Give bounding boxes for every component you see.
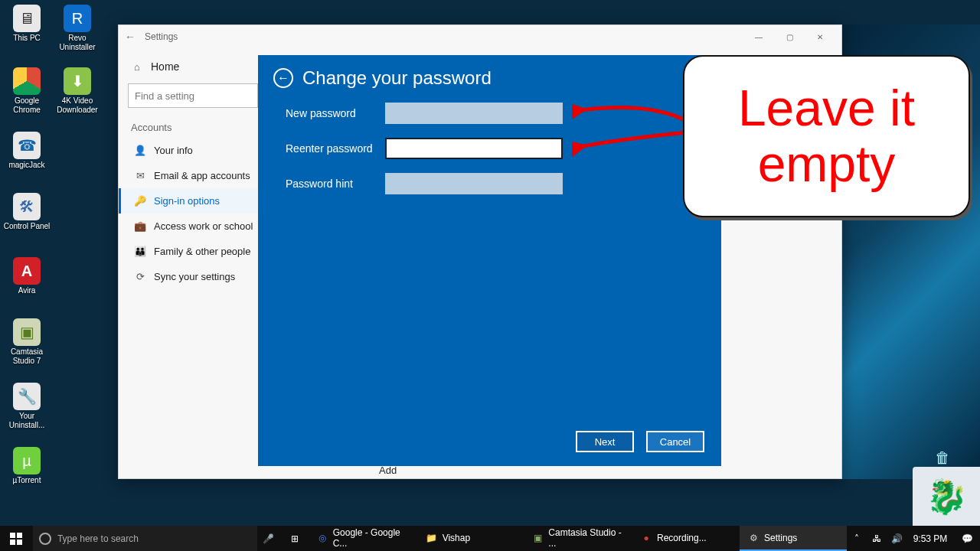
sidebar-home[interactable]: ⌂ Home (128, 54, 272, 79)
desktop-icon-control-panel[interactable]: 🛠Control Panel (3, 193, 51, 231)
task-recording[interactable]: ●Recording... (632, 526, 740, 551)
email-icon: ✉ (134, 170, 146, 181)
reenter-password-label: Reenter password (286, 142, 385, 155)
minimize-button[interactable]: — (743, 26, 774, 47)
control-panel-icon: 🛠 (13, 193, 41, 220)
magicjack-icon: ☎ (13, 132, 41, 159)
desktop-icon-avira[interactable]: AAvira (3, 257, 51, 295)
new-password-input[interactable] (385, 103, 563, 124)
signin-icon: 🔑 (134, 195, 146, 207)
home-label: Home (151, 60, 179, 73)
nav-your-info[interactable]: 👤Your info (128, 138, 272, 163)
task-view-button[interactable]: ⊞ (279, 526, 309, 551)
dialog-back-button[interactable]: ← (273, 68, 293, 88)
sidebar-section-title: Accounts (128, 119, 272, 138)
dialog-title: Change your password (302, 67, 492, 89)
desktop-icon-your-uninstaller[interactable]: 🔧Your Uninstall... (3, 383, 51, 430)
find-a-setting-input[interactable]: Find a setting (128, 83, 258, 108)
svg-rect-0 (10, 533, 15, 538)
task-chrome[interactable]: ◎Google - Google C... (309, 526, 418, 551)
desktop-icon-magicjack[interactable]: ☎magicJack (3, 132, 51, 170)
system-tray: ˄ 🖧 🔊 9:53 PM 💬 (847, 526, 980, 551)
search-placeholder: Type here to search (57, 533, 139, 544)
recording-task-icon: ● (640, 532, 652, 544)
desktop-icon-this-pc[interactable]: 🖥This PC (3, 5, 51, 43)
window-title: Settings (145, 31, 178, 42)
chrome-task-icon: ◎ (317, 532, 328, 544)
cortana-mic[interactable]: 🎤 (257, 526, 279, 551)
tray-volume-icon[interactable]: 🔊 (887, 533, 906, 544)
nav-access-work-school[interactable]: 💼Access work or school (128, 214, 272, 239)
next-button[interactable]: Next (576, 431, 634, 452)
work-icon: 💼 (134, 220, 146, 232)
new-password-label: New password (286, 107, 385, 119)
password-hint-label: Password hint (286, 178, 385, 190)
svg-rect-2 (10, 540, 15, 545)
task-settings[interactable]: ⚙Settings (740, 526, 847, 551)
sync-icon: ⟳ (134, 271, 146, 282)
desktop-icon-camtasia[interactable]: ▣Camtasia Studio 7 (3, 318, 51, 366)
taskbar-tasks: ◎Google - Google C... 📁Vishap ▣Camtasia … (309, 526, 847, 551)
nav-sign-in-options[interactable]: 🔑Sign-in options (119, 188, 272, 214)
action-center-button[interactable]: 💬 (954, 533, 980, 544)
taskbar-clock[interactable]: 9:53 PM (906, 533, 954, 544)
settings-sidebar: ⌂ Home Find a setting Accounts 👤Your inf… (119, 48, 272, 478)
windows-icon (10, 533, 22, 545)
maximize-button[interactable]: ▢ (774, 26, 805, 47)
callout-text: Leave it empty (684, 80, 969, 191)
pc-icon: 🖥 (13, 5, 41, 32)
content-add-label: Add (379, 465, 397, 476)
task-explorer[interactable]: 📁Vishap (418, 526, 525, 551)
cancel-button[interactable]: Cancel (646, 431, 704, 452)
settings-titlebar: ← Settings — ▢ ✕ (119, 25, 841, 48)
settings-task-icon: ⚙ (747, 532, 760, 544)
annotation-callout: Leave it empty (683, 55, 970, 217)
nav-email-accounts[interactable]: ✉Email & app accounts (128, 163, 272, 188)
password-hint-input[interactable] (385, 173, 563, 194)
folder-task-icon: 📁 (426, 532, 438, 544)
nav-family[interactable]: 👪Family & other people (128, 239, 272, 264)
tray-network-icon[interactable]: 🖧 (867, 533, 887, 544)
desktop-icon-revo[interactable]: RRevo Uninstaller (54, 5, 101, 52)
reenter-password-input[interactable] (385, 138, 563, 159)
your-info-icon: 👤 (134, 145, 146, 156)
svg-rect-3 (17, 540, 22, 545)
tray-chevron[interactable]: ˄ (847, 533, 867, 544)
utorrent-icon: µ (13, 447, 41, 474)
svg-rect-1 (17, 533, 22, 538)
your-uninstaller-icon: 🔧 (13, 383, 41, 410)
change-password-dialog: ← Change your password New password Reen… (258, 55, 721, 466)
desktop-icon-utorrent[interactable]: µµTorrent (3, 447, 51, 485)
family-icon: 👪 (134, 246, 146, 257)
titlebar-back-icon[interactable]: ← (125, 31, 136, 43)
camtasia-task-icon: ▣ (533, 532, 544, 544)
revo-icon: R (64, 5, 91, 32)
start-button[interactable] (0, 526, 33, 551)
search-icon (39, 533, 51, 545)
task-camtasia[interactable]: ▣Camtasia Studio - ... (525, 526, 632, 551)
taskbar-search[interactable]: Type here to search (33, 526, 257, 551)
camtasia-icon: ▣ (13, 318, 41, 346)
chrome-icon (13, 67, 41, 95)
close-button[interactable]: ✕ (805, 26, 835, 47)
desktop-icon-chrome[interactable]: Google Chrome (3, 67, 51, 115)
nav-sync[interactable]: ⟳Sync your settings (128, 264, 272, 289)
watermark-logo: 🐉 (913, 467, 980, 526)
home-icon: ⌂ (131, 61, 143, 73)
avira-icon: A (13, 257, 41, 285)
4k-icon: ⬇ (64, 67, 91, 95)
desktop-icon-4kvideo[interactable]: ⬇4K Video Downloader (54, 67, 101, 115)
taskbar: Type here to search 🎤 ⊞ ◎Google - Google… (0, 526, 980, 551)
